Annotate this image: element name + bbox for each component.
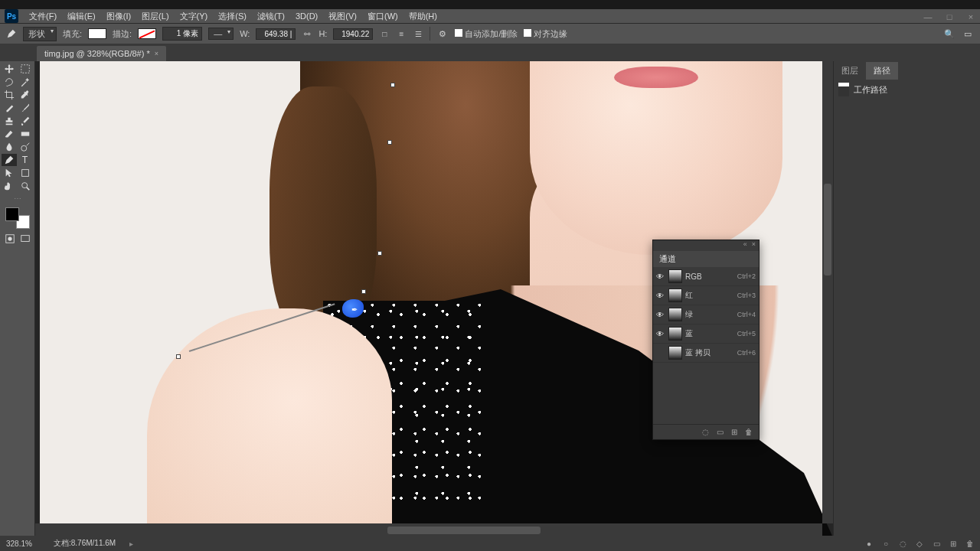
zoom-value[interactable]: 328.1% [6, 540, 43, 548]
panel-header[interactable]: « × [653, 240, 759, 251]
type-tool[interactable]: T [18, 154, 33, 166]
color-swatches[interactable] [5, 207, 30, 229]
stroke-path-icon[interactable]: ○ [880, 538, 891, 549]
mask-icon[interactable]: ▭ [931, 538, 942, 549]
heal-tool[interactable] [2, 102, 17, 114]
channel-row-red[interactable]: 👁红Ctrl+3 [653, 286, 759, 305]
visibility-icon[interactable]: 👁 [656, 292, 665, 300]
canvas-area[interactable]: ✒ « × 通道 👁RGBCtrl+2 👁红Ctrl+3 👁绿Ctrl+4 👁蓝… [35, 61, 833, 536]
svg-text:T: T [22, 155, 28, 165]
visibility-icon[interactable]: 👁 [656, 272, 665, 281]
new-channel-icon[interactable]: ⊞ [731, 428, 737, 436]
align-icon[interactable]: ≡ [396, 28, 407, 39]
stroke-swatch[interactable] [138, 28, 156, 39]
stroke-style-dropdown[interactable]: — [208, 28, 234, 40]
move-tool[interactable] [2, 63, 17, 75]
save-selection-icon[interactable]: ▭ [717, 428, 724, 436]
fill-swatch[interactable] [88, 28, 106, 39]
menu-file[interactable]: 文件(F) [24, 9, 61, 24]
document-tab[interactable]: timg.jpg @ 328%(RGB/8#) * × [37, 46, 166, 61]
stamp-tool[interactable] [2, 115, 17, 127]
link-wh-icon[interactable]: ⚯ [302, 28, 312, 39]
hand-tool[interactable] [2, 180, 17, 192]
menu-view[interactable]: 视图(V) [324, 9, 361, 24]
menu-window[interactable]: 窗口(W) [363, 9, 403, 24]
history-brush-tool[interactable] [18, 115, 33, 127]
arrange-icon[interactable]: ☰ [413, 28, 423, 39]
svg-point-7 [8, 236, 11, 240]
make-workpath-icon[interactable]: ◇ [914, 538, 925, 549]
anchor-point[interactable] [377, 251, 382, 256]
horizontal-scrollbar[interactable] [35, 523, 822, 536]
quickmask-icon[interactable] [4, 233, 16, 244]
align-edge-checkbox[interactable]: 对齐边缘 [524, 28, 567, 40]
tab-paths[interactable]: 路径 [866, 62, 898, 80]
tab-layers[interactable]: 图层 [834, 62, 866, 80]
delete-icon[interactable]: 🗑 [745, 428, 753, 436]
anchor-point[interactable] [361, 289, 366, 294]
search-icon[interactable]: 🔍 [943, 28, 956, 40]
new-path-icon[interactable]: ⊞ [948, 538, 959, 549]
channel-row-rgb[interactable]: 👁RGBCtrl+2 [653, 267, 759, 286]
tool-mode-dropdown[interactable]: 形状 [23, 27, 57, 41]
fg-color-swatch[interactable] [5, 207, 19, 221]
menu-layer[interactable]: 图层(L) [137, 9, 173, 24]
delete-path-icon[interactable]: 🗑 [965, 538, 975, 549]
menu-image[interactable]: 图像(I) [102, 9, 136, 24]
tool-overflow[interactable]: ⋯ [14, 194, 21, 203]
maximize-button[interactable]: □ [943, 12, 956, 21]
brush-tool[interactable] [18, 102, 33, 114]
minimize-button[interactable]: — [922, 12, 934, 21]
close-window-button[interactable]: × [965, 12, 977, 21]
eyedropper-tool[interactable] [18, 89, 33, 101]
channel-row-bluecopy[interactable]: 蓝 拷贝Ctrl+6 [653, 344, 759, 363]
menu-filter[interactable]: 滤镜(T) [253, 9, 289, 24]
lasso-tool[interactable] [2, 76, 17, 88]
channel-row-blue[interactable]: 👁蓝Ctrl+5 [653, 324, 759, 344]
collapse-icon[interactable]: « [743, 240, 747, 251]
blur-tool[interactable] [2, 141, 17, 153]
workspace-icon[interactable]: ▭ [962, 28, 974, 40]
menu-select[interactable]: 选择(S) [214, 9, 251, 24]
dodge-tool[interactable] [18, 141, 33, 153]
wand-tool[interactable] [18, 76, 33, 88]
close-tab-icon[interactable]: × [155, 50, 158, 57]
shape-tool[interactable] [18, 167, 33, 179]
visibility-icon[interactable]: 👁 [656, 330, 665, 338]
path-to-selection-icon[interactable]: ◌ [897, 538, 908, 549]
auto-add-checkbox[interactable]: 自动添加/删除 [455, 28, 518, 40]
doc-size[interactable]: 文档:8.76M/11.6M [54, 538, 116, 549]
vertical-scroll-thumb[interactable] [824, 184, 831, 276]
menu-help[interactable]: 帮助(H) [404, 9, 442, 24]
vertical-scrollbar[interactable] [822, 61, 833, 523]
channels-panel[interactable]: « × 通道 👁RGBCtrl+2 👁红Ctrl+3 👁绿Ctrl+4 👁蓝Ct… [652, 240, 760, 440]
crop-tool[interactable] [2, 89, 17, 101]
screenmode-icon[interactable] [19, 233, 31, 244]
path-select-tool[interactable] [2, 167, 17, 179]
path-item[interactable]: 工作路径 [834, 80, 980, 99]
close-panel-icon[interactable]: × [752, 240, 756, 251]
channel-row-green[interactable]: 👁绿Ctrl+4 [653, 305, 759, 324]
horizontal-scroll-thumb[interactable] [387, 527, 541, 534]
anchor-point[interactable] [387, 140, 392, 145]
image-shoulder [147, 308, 392, 536]
status-arrow-icon[interactable]: ▸ [129, 540, 133, 548]
gear-icon[interactable]: ⚙ [436, 28, 449, 40]
fill-path-icon[interactable]: ● [864, 538, 874, 549]
anchor-point[interactable] [390, 83, 395, 87]
stroke-width-field[interactable]: 1 像素 [162, 27, 202, 41]
anchor-point[interactable] [176, 354, 181, 359]
marquee-tool[interactable] [18, 63, 33, 75]
menu-type[interactable]: 文字(Y) [175, 9, 213, 24]
zoom-tool[interactable] [18, 180, 33, 192]
height-field[interactable]: 1940.22 [333, 28, 373, 40]
eraser-tool[interactable] [2, 128, 17, 140]
load-selection-icon[interactable]: ◌ [702, 428, 709, 436]
menu-edit[interactable]: 编辑(E) [63, 9, 100, 24]
visibility-icon[interactable]: 👁 [656, 311, 665, 319]
path-op-icon[interactable]: □ [379, 28, 390, 39]
menu-3d[interactable]: 3D(D) [291, 10, 322, 22]
width-field[interactable]: 649.38 | [256, 28, 296, 40]
gradient-tool[interactable] [18, 128, 33, 140]
pen-tool[interactable] [2, 154, 17, 166]
